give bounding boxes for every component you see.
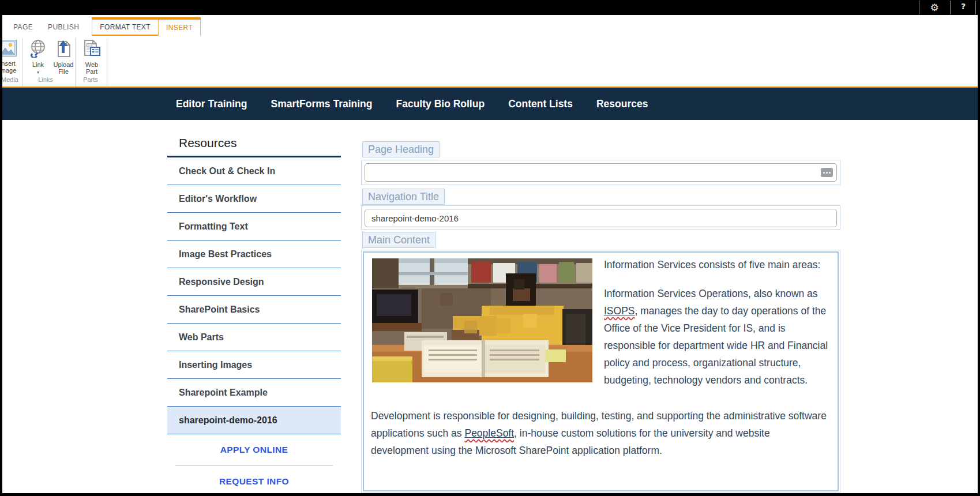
tab-insert[interactable]: INSERT xyxy=(159,20,201,36)
sidebar-item-image-best-practices[interactable]: Image Best Practices xyxy=(167,241,341,268)
suite-separator xyxy=(975,1,976,14)
resources-sidebar: Resources Check Out & Check In Editor's … xyxy=(167,120,341,493)
nav-item-smartforms-training[interactable]: SmartForms Training xyxy=(271,98,372,110)
apply-online-link[interactable]: APPLY ONLINE xyxy=(167,434,341,465)
nav-item-faculty-bio-rollup[interactable]: Faculty Bio Rollup xyxy=(396,98,485,110)
help-icon[interactable]: ? xyxy=(953,2,973,11)
isops-link[interactable]: ISOPS xyxy=(604,305,635,317)
picture-icon xyxy=(2,39,25,58)
link-button[interactable]: Link ▾ xyxy=(24,39,52,76)
sidebar-item-formatting-text[interactable]: Formatting Text xyxy=(167,213,341,241)
web-part-button[interactable]: Web Part xyxy=(78,39,106,75)
page-heading-field xyxy=(361,160,840,185)
nav-item-resources[interactable]: Resources xyxy=(596,98,648,110)
suite-separator xyxy=(919,1,919,14)
ribbon-tab-strip: PAGE PUBLISH FORMAT TEXT INSERT xyxy=(2,15,978,36)
page-edit-form: Page Heading Navigation Title Main Conte… xyxy=(359,120,840,493)
peoplesoft-link[interactable]: PeopleSoft xyxy=(464,427,514,439)
site-navigation-bar: Editor Training SmartForms Training Facu… xyxy=(2,88,978,120)
navigation-title-field xyxy=(361,205,840,230)
button-label-line: Upload xyxy=(54,61,74,68)
suite-separator xyxy=(950,1,951,14)
tab-page[interactable]: PAGE xyxy=(6,18,40,36)
ribbon-insert-panel: Insert Image Link xyxy=(2,36,978,87)
button-label-line: Link xyxy=(32,61,44,68)
settings-gear-icon[interactable]: ⚙ xyxy=(925,2,944,13)
sidebar-item-check-out-check-in[interactable]: Check Out & Check In xyxy=(167,157,341,185)
main-content-field-label: Main Content xyxy=(362,232,435,248)
request-info-link[interactable]: REQUEST INFO xyxy=(167,466,341,493)
nav-item-editor-training[interactable]: Editor Training xyxy=(176,98,247,110)
ribbon-group-label-links: Links xyxy=(30,76,61,83)
sidebar-item-sharepoint-basics[interactable]: SharePoint Basics xyxy=(167,296,341,324)
page-heading-input[interactable] xyxy=(365,163,837,182)
editing-tools-tab-group: FORMAT TEXT INSERT xyxy=(92,17,201,36)
sidebar-item-sharepoint-demo-2016[interactable]: sharepoint-demo-2016 xyxy=(167,407,341,434)
nav-item-content-lists[interactable]: Content Lists xyxy=(508,98,573,110)
button-label-line: Part xyxy=(86,68,97,75)
upload-file-icon xyxy=(48,39,78,59)
upload-file-button[interactable]: Upload File xyxy=(48,39,78,75)
field-options-ellipsis-button[interactable] xyxy=(821,168,833,177)
button-label-line: Image xyxy=(2,67,16,74)
content-photo-person-reading[interactable] xyxy=(372,258,592,382)
button-label-line: Insert xyxy=(2,60,16,67)
navigation-title-field-label: Navigation Title xyxy=(362,189,445,205)
button-label-line: Web xyxy=(85,61,98,68)
ribbon-group-label-parts: Parts xyxy=(75,76,106,83)
sidebar-item-inserting-images[interactable]: Inserting Images xyxy=(167,351,341,379)
sidebar-item-web-parts[interactable]: Web Parts xyxy=(167,324,341,351)
web-part-icon xyxy=(78,39,106,59)
navigation-title-input[interactable] xyxy=(365,209,837,227)
app-canvas: PAGE PUBLISH FORMAT TEXT INSERT Insert xyxy=(2,15,978,493)
main-content-field: Information Services consists of five ma… xyxy=(361,250,840,493)
insert-image-button[interactable]: Insert Image xyxy=(2,39,25,74)
sidebar-heading: Resources xyxy=(167,120,341,156)
main-content-rich-text-editor[interactable]: Information Services consists of five ma… xyxy=(363,251,839,491)
sidebar-item-editors-workflow[interactable]: Editor's Workflow xyxy=(167,185,341,213)
tab-format-text[interactable]: FORMAT TEXT xyxy=(92,20,159,36)
ribbon-group-label-media: Media xyxy=(2,76,25,83)
sidebar-item-responsive-design[interactable]: Responsive Design xyxy=(167,268,341,296)
page-heading-field-label: Page Heading xyxy=(362,141,440,157)
chevron-down-icon: ▾ xyxy=(24,69,52,76)
content-paragraph-development: Development is responsible for designing… xyxy=(371,407,828,459)
tab-publish[interactable]: PUBLISH xyxy=(40,18,87,36)
link-globe-icon xyxy=(24,39,52,59)
sidebar-item-sharepoint-example[interactable]: Sharepoint Example xyxy=(167,379,341,407)
suite-bar: ⚙ ? xyxy=(0,0,980,15)
button-label-line: File xyxy=(58,68,69,75)
sharepoint-edit-window: ⚙ ? PAGE PUBLISH FORMAT TEXT INSERT xyxy=(0,0,980,496)
